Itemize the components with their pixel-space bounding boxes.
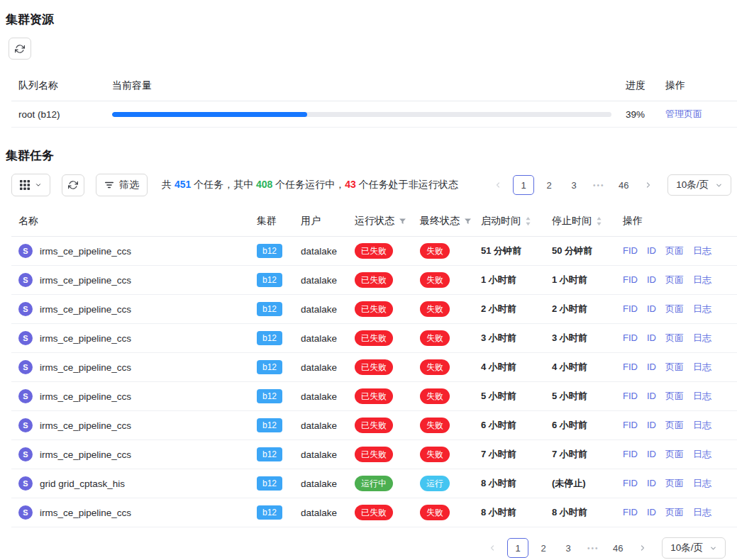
stop-time: 3 小时前 <box>545 324 616 353</box>
task-action-page[interactable]: 页面 <box>665 303 684 314</box>
pagination-page-1[interactable]: 1 <box>513 175 534 195</box>
pagination-next-icon[interactable] <box>633 538 653 558</box>
task-action-fid[interactable]: FID <box>623 478 638 488</box>
spark-avatar-icon: S <box>18 389 33 403</box>
task-action-log[interactable]: 日志 <box>693 332 711 343</box>
col-resource-actions: 操作 <box>658 71 737 101</box>
task-action-id[interactable]: ID <box>647 391 656 401</box>
task-action-log[interactable]: 日志 <box>693 507 711 517</box>
task-action-page[interactable]: 页面 <box>665 449 684 459</box>
pagination-page-3[interactable]: 3 <box>564 175 584 195</box>
task-action-id[interactable]: ID <box>647 420 656 430</box>
pagination-page-46[interactable]: 46 <box>608 538 628 558</box>
task-action-id[interactable]: ID <box>647 507 656 517</box>
spark-avatar-icon: S <box>18 273 33 287</box>
pagination-next-icon[interactable] <box>638 175 658 195</box>
task-name: irms_ce_pipeline_ccs <box>40 246 131 257</box>
task-action-page[interactable]: 页面 <box>665 245 684 256</box>
task-action-log[interactable]: 日志 <box>693 478 711 488</box>
task-action-fid[interactable]: FID <box>623 303 638 314</box>
task-action-fid[interactable]: FID <box>623 332 638 343</box>
task-user: datalake <box>294 295 348 324</box>
task-action-fid[interactable]: FID <box>623 391 638 401</box>
task-action-log[interactable]: 日志 <box>693 391 711 401</box>
pagination-page-46[interactable]: 46 <box>614 175 633 195</box>
column-settings-button[interactable] <box>11 174 50 196</box>
task-action-id[interactable]: ID <box>647 274 656 285</box>
task-action-fid[interactable]: FID <box>623 274 638 285</box>
final-status-badge: 失败 <box>420 388 450 404</box>
pagination: 123•••4610条/页 <box>488 174 731 196</box>
run-status-badge: 已失败 <box>355 243 393 259</box>
task-action-log[interactable]: 日志 <box>693 245 711 256</box>
start-time: 51 分钟前 <box>474 237 545 266</box>
cluster-badge: b12 <box>257 447 282 461</box>
task-action-fid[interactable]: FID <box>623 507 638 517</box>
run-status-badge: 已失败 <box>355 330 393 346</box>
task-action-id[interactable]: ID <box>647 449 656 459</box>
task-action-fid[interactable]: FID <box>623 449 638 459</box>
col-queue-name: 队列名称 <box>11 71 105 101</box>
pagination-page-1[interactable]: 1 <box>507 538 528 558</box>
task-action-id[interactable]: ID <box>647 332 656 343</box>
total-count: 451 <box>174 179 191 190</box>
col-current-capacity: 当前容量 <box>105 71 619 101</box>
resources-header-row: 队列名称 当前容量 进度 操作 <box>11 71 737 101</box>
pagination-page-3[interactable]: 3 <box>558 538 578 558</box>
pagination-prev-icon[interactable] <box>482 538 502 558</box>
filter-funnel-icon[interactable] <box>464 218 472 225</box>
resources-refresh-button[interactable] <box>9 38 31 60</box>
task-action-fid[interactable]: FID <box>623 362 638 372</box>
task-action-log[interactable]: 日志 <box>693 303 711 314</box>
task-action-log[interactable]: 日志 <box>693 449 711 459</box>
final-status-badge: 失败 <box>420 330 450 346</box>
page-size-select[interactable]: 10条/页 <box>667 174 731 196</box>
tasks-toolbar: 筛选 共 451 个任务，其中 408 个任务运行中，43 个任务处于非运行状态… <box>11 174 731 196</box>
task-user: datalake <box>294 237 348 266</box>
page-size-select[interactable]: 10条/页 <box>662 537 726 559</box>
task-action-page[interactable]: 页面 <box>665 362 684 372</box>
task-action-log[interactable]: 日志 <box>693 274 711 285</box>
task-action-id[interactable]: ID <box>647 303 656 314</box>
task-action-page[interactable]: 页面 <box>665 274 684 285</box>
task-action-page[interactable]: 页面 <box>665 391 684 401</box>
task-action-fid[interactable]: FID <box>623 420 638 430</box>
table-row: S irms_ce_pipeline_ccs b12 datalake 已失败 … <box>11 324 737 353</box>
task-action-page[interactable]: 页面 <box>665 478 684 488</box>
cluster-badge: b12 <box>257 244 282 258</box>
cluster-resources-table: 队列名称 当前容量 进度 操作 root (b12) 39% 管理页面 <box>11 71 737 128</box>
start-time: 4 小时前 <box>474 353 545 382</box>
sort-carets-icon[interactable] <box>596 216 602 226</box>
pagination-ellipsis: ••• <box>583 538 603 558</box>
filter-funnel-icon[interactable] <box>399 218 406 225</box>
task-action-id[interactable]: ID <box>647 245 656 256</box>
pagination-page-2[interactable]: 2 <box>539 175 559 195</box>
filter-button[interactable]: 筛选 <box>96 174 148 196</box>
pagination-prev-icon[interactable] <box>488 175 508 195</box>
tasks-refresh-button[interactable] <box>62 174 84 196</box>
task-action-fid[interactable]: FID <box>623 245 638 256</box>
task-action-log[interactable]: 日志 <box>693 420 711 430</box>
stop-time: 8 小时前 <box>545 498 616 527</box>
manage-page-link[interactable]: 管理页面 <box>665 108 702 119</box>
task-action-page[interactable]: 页面 <box>665 420 684 430</box>
pagination-page-2[interactable]: 2 <box>533 538 553 558</box>
task-user: datalake <box>294 440 348 469</box>
tasks-summary: 共 451 个任务，其中 408 个任务运行中，43 个任务处于非运行状态 <box>162 179 458 191</box>
spark-avatar-icon: S <box>18 302 33 316</box>
cluster-resources-section: 集群资源 队列名称 当前容量 进度 操作 root (b12) <box>6 11 731 128</box>
run-status-badge: 已失败 <box>355 388 393 404</box>
task-name: grid grid_cptask_his <box>40 478 125 489</box>
task-action-id[interactable]: ID <box>647 478 656 488</box>
task-action-log[interactable]: 日志 <box>693 362 711 372</box>
task-action-page[interactable]: 页面 <box>665 507 684 517</box>
table-row: S irms_ce_pipeline_ccs b12 datalake 已失败 … <box>11 498 737 527</box>
refresh-icon <box>68 180 78 190</box>
task-action-page[interactable]: 页面 <box>665 332 684 343</box>
run-status-badge: 已失败 <box>355 447 393 462</box>
row-actions: FIDID页面日志 <box>616 295 737 324</box>
start-time: 3 小时前 <box>474 324 545 353</box>
sort-carets-icon[interactable] <box>525 216 531 226</box>
task-action-id[interactable]: ID <box>647 362 656 372</box>
task-name: irms_ce_pipeline_ccs <box>40 275 131 286</box>
